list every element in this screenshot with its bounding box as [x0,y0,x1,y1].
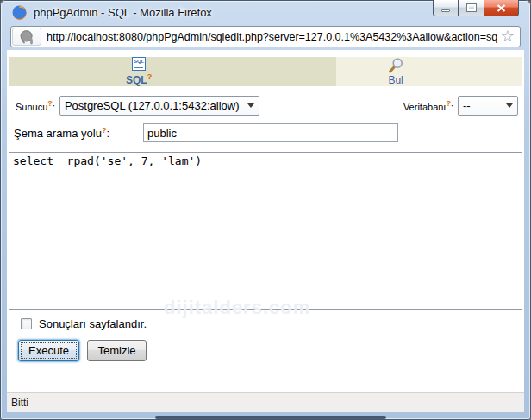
paginate-checkbox[interactable] [21,318,32,329]
close-button[interactable] [484,0,519,16]
url-input[interactable] [47,31,497,43]
database-group: Veritabanı?: -- [403,96,518,116]
status-bar: Bitti [7,392,524,412]
tab-sql[interactable]: SQL SQL? [9,57,336,86]
paginate-label: Sonuçları sayfalandır. [39,317,147,330]
dropdown-arrow-icon [506,103,513,108]
clear-button[interactable]: Temizle [87,340,147,361]
database-label: Veritabanı?: [403,99,453,112]
database-select-value: -- [463,99,471,112]
page-content: SQL SQL? Bul Sunucu?: PostgreSQL (127. [7,50,524,392]
server-database-row: Sunucu?: PostgreSQL (127.0.0.1:5432:allo… [16,95,518,116]
site-identity-button[interactable] [12,28,41,46]
server-select[interactable]: PostgreSQL (127.0.0.1:5432:allow) [59,96,259,116]
magnifier-icon [387,57,404,74]
sql-query-textarea[interactable]: select rpad('se', 7, 'lam') [9,152,522,310]
maximize-button[interactable] [459,0,484,16]
database-select[interactable]: -- [458,96,518,116]
schema-row: Şema arama yolu?: [14,123,524,142]
tab-find-label: Bul [388,75,403,86]
window-bottom-shade [155,416,386,419]
execute-button[interactable]: Execute [18,340,79,361]
window-title: phpPgAdmin - SQL - Mozilla Firefox [34,6,212,19]
dropdown-arrow-icon [247,103,254,108]
close-icon [497,4,506,12]
titlebar[interactable]: phpPgAdmin - SQL - Mozilla Firefox [0,0,531,24]
schema-input[interactable] [143,123,398,142]
postgresql-elephant-icon [18,28,35,46]
sql-help-marker[interactable]: ? [147,72,153,81]
window-controls [433,0,519,16]
minimize-button[interactable] [433,0,459,16]
bookmark-star-icon[interactable]: ☆ [501,28,515,44]
tab-find[interactable]: Bul [336,57,522,86]
firefox-icon [11,4,28,21]
status-text: Bitti [11,397,28,409]
firefox-window: phpPgAdmin - SQL - Mozilla Firefox [0,0,531,420]
schema-label: Şema arama yolu?: [14,126,143,140]
paginate-row: Sonuçları sayfalandır. [21,317,524,330]
action-buttons: Execute Temizle [18,340,524,361]
tab-bar: SQL SQL? Bul [9,57,522,86]
server-label: Sunucu?: [16,99,55,112]
sql-document-icon: SQL [132,57,146,71]
server-select-value: PostgreSQL (127.0.0.1:5432:allow) [65,99,240,112]
tab-sql-label: SQL? [126,72,152,86]
navigation-bar: ☆ [0,24,531,50]
maximize-icon [467,4,476,11]
url-bar[interactable]: ☆ [10,26,521,47]
minimize-icon [441,9,450,12]
